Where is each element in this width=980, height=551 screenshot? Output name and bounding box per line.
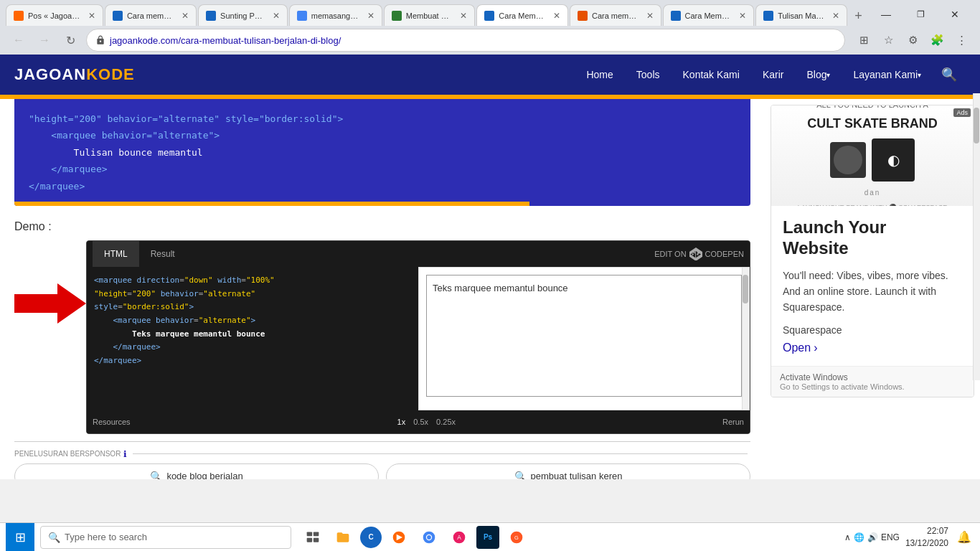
file-explorer-icon[interactable] <box>330 524 356 550</box>
codepen-embed: HTML Result EDIT ON CODEPEN <marquee dir… <box>86 240 750 434</box>
tab-close-icon[interactable]: ✕ <box>182 11 189 21</box>
svg-rect-3 <box>314 537 319 542</box>
taskbar-search-icon: 🔍 <box>48 532 60 543</box>
reload-button[interactable]: ↻ <box>60 30 80 50</box>
language-label[interactable]: ENG <box>881 532 900 542</box>
html-tab[interactable]: HTML <box>93 241 139 267</box>
sys-tray-icons: ∧ 🌐 🔊 ENG <box>844 532 900 542</box>
windows-icon: ⊞ <box>15 529 26 545</box>
tab-cara2-active[interactable]: Cara Memasa ✕ <box>476 4 568 26</box>
new-tab-button[interactable]: + <box>849 6 868 26</box>
tab-tulisan[interactable]: Tulisan Marqu ✕ <box>755 4 847 26</box>
expand-tray-icon[interactable]: ∧ <box>844 532 851 542</box>
sponsored-label: PENELUSURAN BERSPONSOR ℹ <box>14 449 750 459</box>
sponsored-section: PENELUSURAN BERSPONSOR ℹ 🔍 kode blog ber… <box>14 441 750 479</box>
tab-s[interactable]: Membuat Daft ✕ <box>384 4 476 26</box>
rerun-button[interactable]: Rerun <box>722 418 744 426</box>
demo-label: Demo : <box>14 220 750 233</box>
nav-layanan[interactable]: Layanan Kami <box>842 55 933 95</box>
zoom-1x-button[interactable]: 1x <box>397 418 406 426</box>
search-icon-2: 🔍 <box>514 471 527 479</box>
network-icon[interactable]: 🌐 <box>854 532 864 542</box>
tab-close-icon[interactable]: ✕ <box>832 11 839 21</box>
chrome-icon[interactable] <box>416 524 442 550</box>
site-logo[interactable]: JAGOANKODE <box>14 65 135 84</box>
zoom-0-25x-button[interactable]: 0.25x <box>436 418 456 426</box>
search-bar[interactable]: 🔍 Type here to search <box>40 526 291 549</box>
tab-close-icon[interactable]: ✕ <box>553 11 560 21</box>
scrollbar-thumb[interactable] <box>974 108 979 143</box>
resources-button[interactable]: Resources <box>93 418 131 426</box>
extensions-icon[interactable]: 🧩 <box>927 30 947 50</box>
zoom-0-5x-button[interactable]: 0.5x <box>413 418 428 426</box>
photoshop-icon[interactable]: Ps <box>476 526 499 549</box>
tab-favicon <box>392 11 402 21</box>
nav-home[interactable]: Home <box>575 55 624 95</box>
sponsored-btn-2[interactable]: 🔍 pembuat tulisan keren <box>386 463 750 479</box>
volume-icon[interactable]: 🔊 <box>867 532 878 542</box>
tab-close-icon[interactable]: ✕ <box>646 11 654 21</box>
tab-blogger[interactable]: Cara memasa ✕ <box>570 4 661 26</box>
start-button[interactable]: ⊞ <box>6 523 34 552</box>
tab-close-icon[interactable]: ✕ <box>739 11 746 21</box>
tab-bar: Pos « Jagoan K ✕ Cara membua ✕ Sunting P… <box>0 0 980 26</box>
url-bar[interactable]: jagoankode.com/cara-membuat-tulisan-berj… <box>86 29 845 52</box>
settings-icon[interactable]: ⚙ <box>903 30 923 50</box>
nav-blog[interactable]: Blog <box>795 55 842 95</box>
ad-box: ALL YOU NEED TO LAUNCH A CULT SKATE BRAN… <box>771 105 974 397</box>
tab-cara3[interactable]: Cara Memasa ✕ <box>663 4 755 26</box>
tab-sunting[interactable]: Sunting Pos ‹ ✕ <box>198 4 288 26</box>
demo-row: HTML Result EDIT ON CODEPEN <marquee dir… <box>14 240 750 434</box>
tab-google[interactable]: memasang Co ✕ <box>289 4 382 26</box>
back-button[interactable]: ← <box>9 30 29 50</box>
site-navbar: JAGOANKODE Home Tools Kontak Kami Karir … <box>0 55 980 95</box>
tab-title: memasang Co <box>311 11 360 20</box>
minimize-button[interactable]: — <box>870 3 903 26</box>
app-icon-8[interactable]: G <box>504 524 529 550</box>
app-icon-6[interactable]: A <box>446 524 472 550</box>
codepen-logo-icon <box>689 248 702 260</box>
notification-center-icon[interactable]: 🔔 <box>954 527 974 547</box>
nav-karir[interactable]: Karir <box>751 55 796 95</box>
lock-icon <box>95 35 105 45</box>
tab-close-icon[interactable]: ✕ <box>460 11 467 21</box>
bookmark-star-icon[interactable]: ☆ <box>878 30 898 50</box>
tab-pos[interactable]: Pos « Jagoan K ✕ <box>6 4 103 26</box>
clock[interactable]: 22:07 13/12/2020 <box>905 525 948 550</box>
sponsored-btn-2-label: pembuat tulisan keren <box>531 471 623 479</box>
ad-open-button[interactable]: Open › <box>783 342 962 354</box>
taskbar: ⊞ 🔍 Type here to search C A Ps <box>0 522 980 551</box>
tab-close-icon[interactable]: ✕ <box>88 11 95 21</box>
marquee-preview-text: Teks marquee memantul bounce <box>433 283 568 293</box>
vlc-icon[interactable] <box>386 524 412 550</box>
tab-close-icon[interactable]: ✕ <box>367 11 374 21</box>
menu-icon[interactable]: ⋮ <box>951 30 971 50</box>
tab-title: Cara memasa <box>592 11 639 20</box>
result-tab[interactable]: Result <box>139 241 187 267</box>
sponsored-btn-1[interactable]: 🔍 kode blog berjalan <box>14 463 379 479</box>
svg-point-8 <box>427 535 431 540</box>
scrollbar[interactable] <box>973 99 980 380</box>
svg-rect-2 <box>307 537 313 542</box>
ad-image: ALL YOU NEED TO LAUNCH A CULT SKATE BRAN… <box>771 105 974 206</box>
preview-marquee-box: Teks marquee memantul bounce <box>426 275 742 397</box>
nav-tools[interactable]: Tools <box>625 55 672 95</box>
result-panel: Teks marquee memantul bounce <box>418 267 750 410</box>
sponsored-info-icon[interactable]: ℹ <box>123 449 127 459</box>
reader-mode-icon[interactable]: ⊞ <box>854 30 874 50</box>
sponsored-buttons: 🔍 kode blog berjalan 🔍 pembuat tulisan k… <box>14 463 750 479</box>
edit-on-codepen[interactable]: EDIT ON CODEPEN <box>654 248 744 260</box>
close-button[interactable]: ✕ <box>938 3 971 26</box>
nav-search-icon[interactable]: 🔍 <box>933 55 966 95</box>
tab-favicon <box>671 11 681 21</box>
coccoc-icon[interactable]: C <box>360 527 382 548</box>
task-view-icon[interactable] <box>300 524 326 550</box>
tab-title: Tulisan Marqu <box>778 11 825 20</box>
zoom-controls: 1x 0.5x 0.25x <box>397 418 456 426</box>
forward-button[interactable]: → <box>34 30 55 50</box>
restore-button[interactable]: ❐ <box>904 3 937 26</box>
tab-close-icon[interactable]: ✕ <box>273 11 280 21</box>
tab-cara[interactable]: Cara membua ✕ <box>105 4 197 26</box>
activate-title: Activate Windows <box>780 372 965 382</box>
nav-kontak[interactable]: Kontak Kami <box>672 55 751 95</box>
